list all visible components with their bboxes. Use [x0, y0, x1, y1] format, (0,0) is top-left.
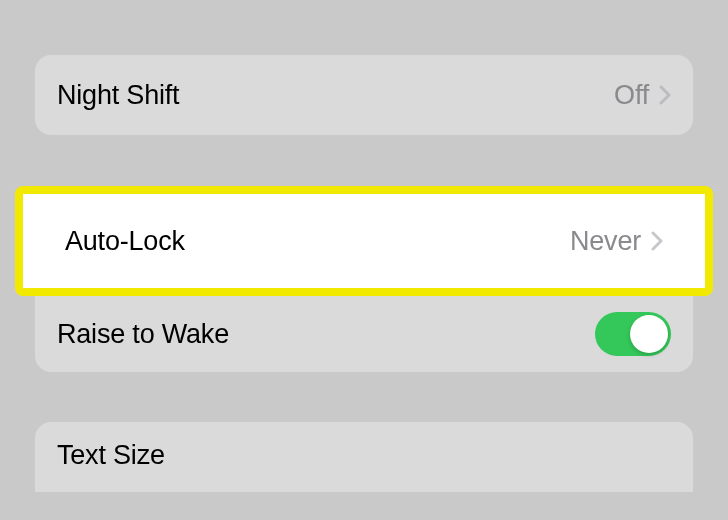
row-text-size[interactable]: Text Size	[35, 422, 693, 492]
settings-list: Night Shift Off Auto-Lock Never	[0, 55, 728, 492]
chevron-right-icon	[659, 85, 671, 105]
settings-group-1: Night Shift Off	[35, 55, 693, 135]
auto-lock-right: Never	[570, 226, 663, 257]
auto-lock-value: Never	[570, 226, 641, 257]
auto-lock-label: Auto-Lock	[65, 226, 185, 257]
settings-group-2b: Raise to Wake	[35, 296, 693, 372]
night-shift-right: Off	[614, 80, 671, 111]
toggle-knob	[630, 315, 668, 353]
row-night-shift[interactable]: Night Shift Off	[35, 55, 693, 135]
chevron-right-icon	[651, 231, 663, 251]
raise-to-wake-right	[595, 312, 671, 356]
raise-to-wake-toggle[interactable]	[595, 312, 671, 356]
row-raise-to-wake[interactable]: Raise to Wake	[35, 296, 693, 372]
night-shift-value: Off	[614, 80, 649, 111]
settings-group-3: Text Size	[35, 422, 693, 492]
text-size-label: Text Size	[57, 440, 165, 471]
night-shift-label: Night Shift	[57, 80, 179, 111]
raise-to-wake-label: Raise to Wake	[57, 319, 229, 350]
row-auto-lock[interactable]: Auto-Lock Never	[43, 194, 685, 288]
auto-lock-highlight: Auto-Lock Never	[15, 186, 713, 296]
settings-group-2a: Auto-Lock Never	[43, 194, 685, 288]
